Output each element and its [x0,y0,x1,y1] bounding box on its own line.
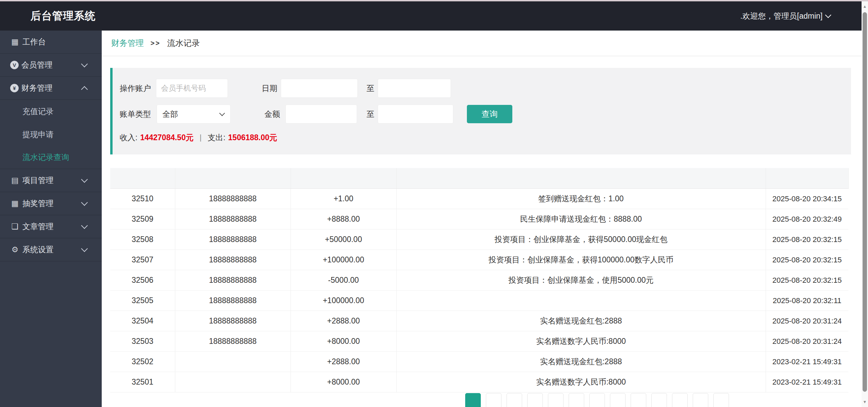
breadcrumb-separator: >> [151,39,160,47]
created-at-cell: 2025-08-20 20:32:49 [766,209,848,229]
pagination [465,393,738,407]
sidebar-item-flow-records[interactable]: 流水记录查询 [0,146,102,169]
search-button[interactable]: 查询 [467,105,512,123]
sidebar-item-settings[interactable]: 系统设置 [0,238,102,261]
chevron-down-icon [219,110,225,116]
table-row: 32509 18888888888 +8888.00 民生保障申请送现金红包：8… [110,209,848,229]
amount-cell: +8888.00 [291,209,396,229]
column-header [291,168,396,189]
counterparty-cell: 18888888888 [175,311,291,331]
order-no-cell: 32502 [110,352,175,372]
detail-cell: 投资项目：创业保障基金，使用5000.00元 [396,270,766,291]
detail-cell: 实名赠送数字人民币:8000 [396,331,766,352]
records-table: 32510 18888888888 +1.00 签到赠送现金红包：1.00 20… [110,168,849,392]
expense-value: 1506188.00元 [228,132,277,143]
date-label: 日期 [262,83,277,94]
amount-to-label: 至 [367,109,374,119]
detail-cell [396,291,766,311]
vertical-scrollbar[interactable]: ▲ ▼ [862,1,868,407]
scroll-down-icon[interactable]: ▼ [862,399,868,405]
lottery-icon [10,199,20,208]
detail-cell: 投资项目：创业保障基金，获得50000.00现金红包 [396,229,766,250]
table-header-row [110,168,848,189]
bill-type-select[interactable]: 全部 [157,105,231,124]
created-at-cell: 2025-08-20 20:32:15 [766,270,848,291]
created-at-cell: 2025-08-20 20:31:24 [766,311,848,331]
page-button-3[interactable] [507,393,522,407]
page-button-10[interactable] [651,393,667,407]
page-button-2[interactable] [486,393,501,407]
date-from-input[interactable] [281,79,358,98]
breadcrumb-section[interactable]: 财务管理 [111,38,144,49]
date-to-label: 至 [367,83,374,94]
user-menu[interactable]: .欢迎您，管理员[admin] [740,11,830,21]
created-at-cell: 2025-08-20 20:32:15 [766,229,848,250]
order-no-cell: 32510 [110,189,175,209]
page-button-8[interactable] [610,393,626,407]
counterparty-cell: 18888888888 [175,229,291,250]
chevron-down-icon [825,12,831,18]
page-button-6[interactable] [569,393,584,407]
filter-summary-row: 收入: 14427084.50元 | 支出: 1506188.00元 [113,130,277,145]
sidebar-item-finance[interactable]: ¥ 财务管理 [0,77,102,100]
amount-from-input[interactable] [285,105,357,124]
order-no-cell: 32506 [110,270,175,291]
page-button-4[interactable] [527,393,543,407]
sidebar: 工作台 V 会员管理 ¥ 财务管理 充值记录 提现申请 [0,31,102,407]
breadcrumb-page: 流水记录 [167,38,200,49]
date-to-input[interactable] [378,79,451,98]
counterparty-cell: 18888888888 [175,250,291,270]
page-button-9[interactable] [631,393,646,407]
amount-label: 金额 [264,109,280,119]
page-button-5[interactable] [548,393,564,407]
chevron-down-icon [81,199,88,206]
sidebar-item-recharge-records[interactable]: 充值记录 [0,100,102,123]
table-row: 32507 18888888888 +100000.00 投资项目：创业保障基金… [110,250,848,270]
scroll-up-icon[interactable]: ▲ [862,3,868,10]
income-label: 收入: [120,132,137,143]
sidebar-item-articles[interactable]: 文章管理 [0,215,102,238]
counterparty-cell: 18888888888 [175,331,291,352]
chevron-down-icon [81,60,88,67]
column-header [110,168,175,189]
sidebar-item-withdraw-requests[interactable]: 提现申请 [0,123,102,146]
sidebar-item-lottery[interactable]: 抽奖管理 [0,192,102,215]
order-no-cell: 32508 [110,229,175,250]
sidebar-nav: 工作台 V 会员管理 ¥ 财务管理 充值记录 提现申请 [0,31,102,261]
detail-cell: 实名赠送数字人民币:8000 [396,372,766,392]
column-header [175,168,291,189]
page-button-7[interactable] [589,393,605,407]
created-at-cell: 2023-02-21 15:49:31 [766,352,848,372]
settings-icon [10,245,20,254]
next-page-button[interactable] [693,393,708,407]
table-row: 32501 +8000.00 实名赠送数字人民币:8000 2023-02-21… [110,372,848,392]
created-at-cell: 2025-08-20 20:34:15 [766,189,848,209]
breadcrumb: 财务管理 >> 流水记录 [102,31,862,56]
amount-cell: +8000.00 [291,372,396,392]
sidebar-item-members[interactable]: V 会员管理 [0,54,102,77]
scrollbar-thumb[interactable] [863,12,867,392]
sidebar-item-projects[interactable]: 项目管理 [0,169,102,192]
counterparty-cell [175,352,291,372]
page-button-68[interactable] [713,393,729,407]
bill-type-label: 账单类型 [120,109,151,119]
table-row: 32506 18888888888 -5000.00 投资项目：创业保障基金，使… [110,270,848,291]
detail-cell: 实名赠送现金红包:2888 [396,311,766,331]
page-button-11[interactable] [672,393,688,407]
table-row: 32508 18888888888 +50000.00 投资项目：创业保障基金，… [110,229,848,250]
amount-cell: +100000.00 [291,291,396,311]
chevron-down-icon [81,222,88,229]
workbench-icon [10,37,20,47]
account-input[interactable] [156,79,228,98]
app-title: 后台管理系统 [31,9,96,23]
sidebar-item-workbench[interactable]: 工作台 [0,31,102,54]
welcome-text: .欢迎您，管理员[admin] [740,11,823,21]
detail-cell: 民生保障申请送现金红包：8888.00 [396,209,766,229]
detail-cell: 签到赠送现金红包：1.00 [396,189,766,209]
amount-to-input[interactable] [378,105,453,124]
created-at-cell: 2025-08-20 20:32:11 [766,291,848,311]
page-button-1[interactable] [465,393,481,407]
account-label: 操作账户 [120,83,151,94]
created-at-cell: 2025-08-20 20:31:24 [766,331,848,352]
amount-cell: +100000.00 [291,250,396,270]
